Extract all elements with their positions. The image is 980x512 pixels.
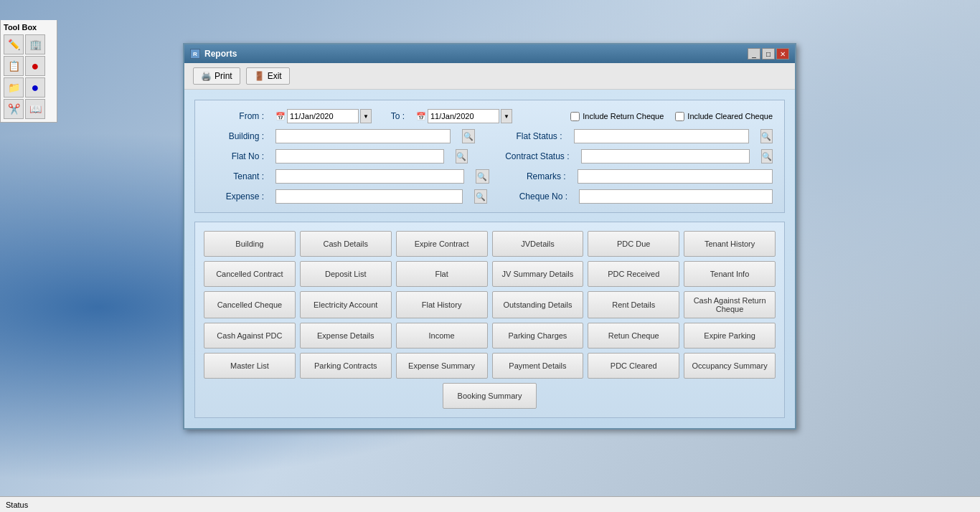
toolbox-icon-circle[interactable]: ● [25,56,45,76]
cash-against-return-cheque-button[interactable]: Cash Against Return Cheque [684,291,776,318]
pdc-received-button[interactable]: PDC Received [588,261,679,287]
jvdetails-button[interactable]: JVDetails [492,231,584,257]
income-button[interactable]: Income [396,323,488,349]
window-titlebar: R Reports _ □ ✕ [184,44,795,63]
expire-contract-button[interactable]: Expire Contract [396,231,488,257]
parking-charges-button[interactable]: Parking Charges [492,323,584,349]
retun-cheque-button[interactable]: Retun Cheque [588,323,679,349]
print-label: Print [215,71,232,81]
filter-row-building: Building : 🔍 Flat Status : 🔍 [207,129,773,143]
buttons-section: Building Cash Details Expire Contract JV… [194,222,785,418]
cash-against-pdc-button[interactable]: Cash Against PDC [204,323,296,349]
master-list-button[interactable]: Master List [204,353,296,379]
exit-icon: 🚪 [254,71,265,81]
reports-window: R Reports _ □ ✕ 🖨️ Print 🚪 Exit From : 📅 [183,43,796,430]
filter-row-tenant: Tenant : 🔍 Remarks : [207,169,773,184]
booking-summary-button[interactable]: Booking Summary [443,383,537,409]
remarks-label: Remarks : [512,171,566,181]
flat-status-label: Flat Status : [498,131,562,141]
deposit-list-button[interactable]: Deposit List [300,261,392,287]
toolbox-icon-edit[interactable]: ✏️ [4,34,24,54]
jv-summary-details-button[interactable]: JV Summary Details [492,261,584,287]
occupancy-summary-button[interactable]: Occupancy Summary [684,353,776,379]
tenant-search-button[interactable]: 🔍 [476,169,489,184]
window-title: Reports [204,49,237,59]
include-cleared-cheque-label[interactable]: Include Cleared Cheque [675,112,773,121]
include-return-cheque-label[interactable]: Include Return Cheque [570,112,664,121]
flat-no-search-button[interactable]: 🔍 [456,149,467,163]
expense-summary-button[interactable]: Expense Summary [396,353,488,379]
filter-row-flatno: Flat No : 🔍 Contract Status : 🔍 [207,149,773,163]
maximize-button[interactable]: □ [762,48,775,60]
from-date-field: 📅 ▼ [275,109,372,123]
toolbox-grid: ✏️ 🏢 📋 ● 📁 ● ✂️ 📖 [4,34,54,119]
include-return-cheque-text: Include Return Cheque [583,112,664,120]
building-search-button[interactable]: 🔍 [462,129,474,143]
pdc-due-button[interactable]: PDC Due [588,231,679,257]
include-return-cheque-checkbox[interactable] [570,112,580,121]
from-label: From : [207,111,264,121]
remarks-input[interactable] [578,169,773,184]
from-date-input[interactable] [287,109,359,123]
statusbar: Status [0,496,980,512]
include-cleared-cheque-checkbox[interactable] [675,112,684,121]
building-label: Building : [207,131,264,141]
electricity-account-button[interactable]: Electricity Account [300,291,392,318]
toolbox-icon-folder[interactable]: 📁 [4,77,24,98]
minimize-button[interactable]: _ [748,48,760,60]
payment-details-button[interactable]: Payment Details [492,353,584,379]
cancelled-contract-button[interactable]: Cancelled Contract [204,261,296,287]
to-label: To : [383,111,405,121]
pdc-cleared-button[interactable]: PDC Cleared [588,353,679,379]
building-input[interactable] [275,129,451,143]
cheque-no-input[interactable] [579,189,773,204]
flat-button[interactable]: Flat [396,261,488,287]
printer-icon: 🖨️ [201,71,212,81]
toolbox-icon-building[interactable]: 🏢 [25,34,45,54]
window-toolbar: 🖨️ Print 🚪 Exit [184,63,795,90]
tenant-history-button[interactable]: Tenant History [684,231,776,257]
from-date-dropdown[interactable]: ▼ [360,109,372,123]
rent-details-button[interactable]: Rent Details [588,291,679,318]
flat-status-input[interactable] [574,129,749,143]
expense-search-button[interactable]: 🔍 [474,189,487,204]
expense-details-button[interactable]: Expense Details [300,323,392,349]
filter-row-dates: From : 📅 ▼ To : 📅 ▼ Include Return Chequ… [207,109,773,123]
cheque-no-label: Cheque No : [510,191,567,202]
window-content: From : 📅 ▼ To : 📅 ▼ Include Return Chequ… [184,90,795,428]
toolbox-icon-scissors[interactable]: ✂️ [4,99,24,119]
exit-label: Exit [268,71,282,81]
expire-parking-button[interactable]: Expire Parking [684,323,776,349]
tenant-info-button[interactable]: Tenant Info [684,261,776,287]
to-date-input[interactable] [428,109,499,123]
status-text: Status [6,501,28,509]
cancelled-cheque-button[interactable]: Cancelled Cheque [204,291,296,318]
toolbox-icon-list[interactable]: 📋 [4,56,24,76]
flat-history-button[interactable]: Flat History [396,291,488,318]
window-icon: R [190,49,200,59]
toolbox-icon-blue[interactable]: ● [25,77,45,98]
to-date-dropdown[interactable]: ▼ [501,109,512,123]
contract-status-search-button[interactable]: 🔍 [761,149,773,163]
flat-status-search-button[interactable]: 🔍 [760,129,773,143]
window-title-left: R Reports [190,49,237,59]
expense-label: Expense : [207,191,264,202]
outstanding-details-button[interactable]: Outstanding Details [492,291,584,318]
cash-details-button[interactable]: Cash Details [300,231,392,257]
calendar-icon-from: 📅 [275,112,286,121]
close-button[interactable]: ✕ [776,48,789,60]
print-button[interactable]: 🖨️ Print [193,67,240,85]
building-button[interactable]: Building [204,231,296,257]
include-cleared-cheque-text: Include Cleared Cheque [687,112,773,120]
to-date-field: 📅 ▼ [416,109,512,123]
flat-no-input[interactable] [275,149,444,163]
parking-contracts-button[interactable]: Parking Contracts [300,353,392,379]
tenant-input[interactable] [275,169,464,184]
expense-input[interactable] [275,189,463,204]
toolbox: Tool Box ✏️ 🏢 📋 ● 📁 ● ✂️ 📖 [0,20,57,123]
filter-row-expense: Expense : 🔍 Cheque No : [207,189,773,204]
tenant-label: Tenant : [207,171,264,181]
toolbox-icon-book[interactable]: 📖 [25,99,45,119]
exit-button[interactable]: 🚪 Exit [246,67,290,85]
contract-status-input[interactable] [581,149,750,163]
